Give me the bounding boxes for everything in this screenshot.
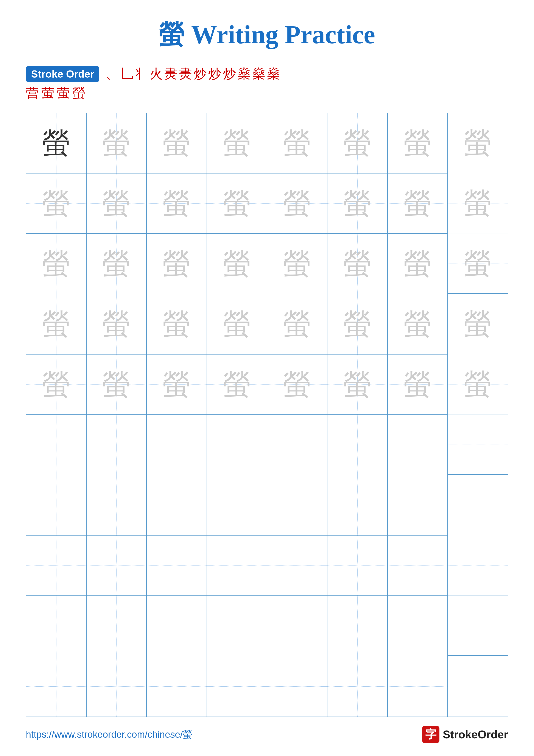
writing-grid: 螢 螢 螢 螢 螢 螢 螢 螢 螢 螢 螢 螢 螢 螢 螢 螢 螢 螢 螢 螢 … (26, 113, 508, 717)
grid-cell[interactable] (388, 415, 448, 475)
stroke-12: 燊 (267, 65, 280, 83)
grid-cell[interactable]: 螢 (87, 234, 147, 294)
grid-cell[interactable] (87, 596, 147, 656)
grid-cell[interactable]: 螢 (448, 174, 508, 233)
grid-cell[interactable] (388, 596, 448, 656)
grid-cell[interactable] (207, 475, 267, 535)
page: 螢 Writing Practice Stroke Order 、 ⺃ 丬 火 … (0, 0, 534, 756)
grid-cell[interactable]: 螢 (448, 234, 508, 294)
grid-cell[interactable]: 螢 (87, 294, 147, 355)
grid-cell[interactable]: 螢 (147, 113, 207, 174)
grid-cell[interactable]: 螢 (327, 174, 388, 234)
grid-cell[interactable] (388, 656, 448, 716)
grid-cell[interactable] (87, 475, 147, 535)
grid-cell[interactable] (26, 596, 87, 656)
grid-cell[interactable]: 螢 (267, 234, 328, 294)
stroke-sequence: 、 ⺃ 丬 火 㶳 㶳 炒 炒 炒 燊 燊 燊 (106, 65, 280, 83)
grid-cell[interactable] (147, 656, 207, 716)
grid-cell[interactable]: 螢 (147, 174, 207, 234)
grid-cell[interactable] (327, 415, 388, 475)
grid-cell[interactable]: 螢 (327, 294, 388, 355)
grid-cell[interactable] (267, 475, 328, 535)
page-title: 螢 Writing Practice (26, 17, 508, 52)
stroke-7: 炒 (194, 65, 207, 83)
grid-cell[interactable]: 螢 (448, 113, 508, 173)
grid-cell[interactable]: 螢 (448, 355, 508, 415)
stroke-order-row1: Stroke Order 、 ⺃ 丬 火 㶳 㶳 炒 炒 炒 燊 燊 燊 (26, 65, 280, 83)
grid-cell[interactable] (147, 475, 207, 535)
grid-cell[interactable] (448, 475, 508, 535)
grid-cell[interactable]: 螢 (327, 113, 388, 174)
grid-cell[interactable] (448, 415, 508, 475)
stroke-order-badge: Stroke Order (26, 67, 99, 82)
cell-char-light: 螢 (464, 129, 492, 157)
grid-cell[interactable]: 螢 (207, 174, 267, 234)
grid-cell[interactable]: 螢 (147, 355, 207, 415)
grid-cell[interactable] (147, 596, 207, 656)
grid-cell[interactable]: 螢 (388, 113, 448, 174)
grid-cell[interactable]: 螢 (87, 174, 147, 234)
footer-logo-char: 字 (425, 727, 436, 742)
grid-cell[interactable] (147, 415, 207, 475)
grid-cell[interactable] (207, 415, 267, 475)
grid-cell[interactable]: 螢 (26, 294, 87, 355)
grid-row-1: 螢 螢 螢 螢 螢 螢 螢 螢 (26, 113, 508, 174)
grid-cell[interactable] (207, 596, 267, 656)
grid-cell[interactable] (448, 596, 508, 656)
grid-cell[interactable]: 螢 (267, 294, 328, 355)
grid-cell[interactable] (26, 415, 87, 475)
grid-cell[interactable]: 螢 (267, 113, 328, 174)
grid-cell[interactable]: 螢 (207, 294, 267, 355)
grid-cell[interactable] (327, 596, 388, 656)
grid-cell[interactable] (327, 475, 388, 535)
grid-cell[interactable]: 螢 (388, 355, 448, 415)
grid-cell[interactable] (87, 535, 147, 596)
grid-cell[interactable]: 螢 (26, 174, 87, 234)
cell-char-light: 螢 (223, 129, 251, 157)
grid-cell[interactable] (327, 535, 388, 596)
grid-cell[interactable] (26, 656, 87, 716)
grid-cell[interactable] (267, 656, 328, 716)
grid-cell[interactable]: 螢 (87, 113, 147, 174)
cell-char-light: 螢 (163, 250, 191, 278)
grid-cell[interactable]: 螢 (448, 294, 508, 354)
grid-cell[interactable] (267, 535, 328, 596)
stroke-15: 萤 (57, 85, 70, 102)
grid-cell[interactable]: 螢 (388, 174, 448, 234)
grid-cell[interactable] (327, 656, 388, 716)
stroke-2: ⺃ (120, 65, 133, 83)
grid-cell[interactable]: 螢 (388, 234, 448, 294)
grid-cell[interactable] (207, 535, 267, 596)
grid-cell[interactable] (26, 535, 87, 596)
grid-cell[interactable] (267, 596, 328, 656)
grid-cell[interactable] (388, 475, 448, 535)
grid-cell[interactable]: 螢 (327, 234, 388, 294)
grid-cell[interactable] (388, 535, 448, 596)
grid-cell[interactable] (448, 656, 508, 716)
grid-cell[interactable]: 螢 (147, 294, 207, 355)
grid-cell[interactable]: 螢 (26, 234, 87, 294)
grid-cell[interactable] (267, 415, 328, 475)
grid-cell[interactable]: 螢 (26, 113, 87, 174)
grid-cell[interactable]: 螢 (267, 355, 328, 415)
grid-cell[interactable]: 螢 (87, 355, 147, 415)
grid-cell[interactable] (147, 535, 207, 596)
stroke-11: 燊 (252, 65, 265, 83)
grid-cell[interactable]: 螢 (147, 234, 207, 294)
cell-char-light: 螢 (464, 189, 492, 217)
grid-cell[interactable] (207, 656, 267, 716)
cell-char-light: 螢 (163, 189, 191, 217)
grid-cell[interactable]: 螢 (207, 234, 267, 294)
grid-cell[interactable]: 螢 (327, 355, 388, 415)
grid-cell[interactable]: 螢 (267, 174, 328, 234)
grid-cell[interactable] (87, 415, 147, 475)
grid-cell[interactable] (448, 535, 508, 595)
stroke-row2: 营 萤 萤 螢 (26, 85, 85, 102)
grid-cell[interactable]: 螢 (388, 294, 448, 355)
grid-cell[interactable]: 螢 (207, 355, 267, 415)
grid-cell[interactable]: 螢 (26, 355, 87, 415)
grid-cell[interactable] (26, 475, 87, 535)
stroke-10: 燊 (238, 65, 250, 83)
grid-cell[interactable]: 螢 (207, 113, 267, 174)
grid-cell[interactable] (87, 656, 147, 716)
